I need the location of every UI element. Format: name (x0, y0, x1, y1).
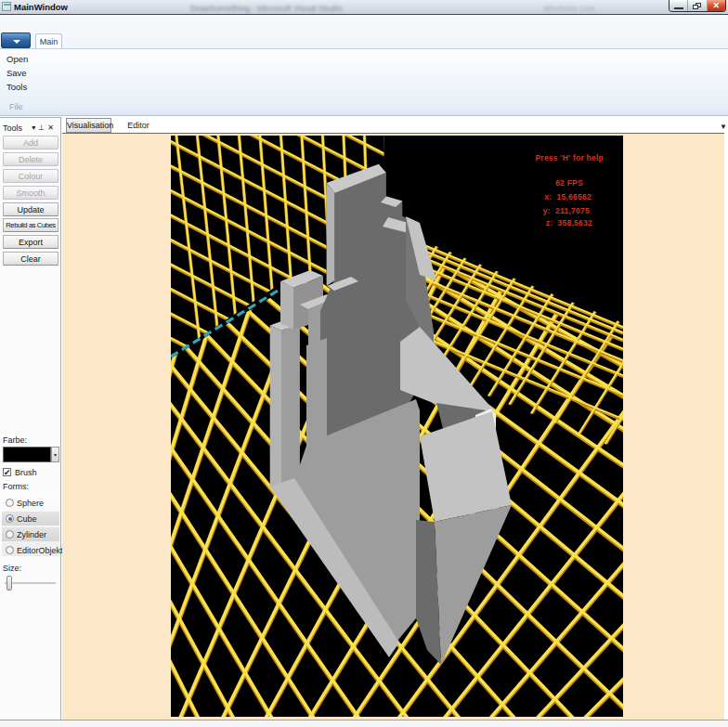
svg-text:Press 'H' for help: Press 'H' for help (535, 153, 604, 162)
svg-text:x: 15,66562: x: 15,66562 (544, 192, 592, 201)
svg-text:y: 211,7075: y: 211,7075 (543, 206, 590, 215)
svg-text:62 FPS: 62 FPS (555, 178, 583, 188)
svg-text:z: 358,5632: z: 358,5632 (546, 218, 592, 227)
